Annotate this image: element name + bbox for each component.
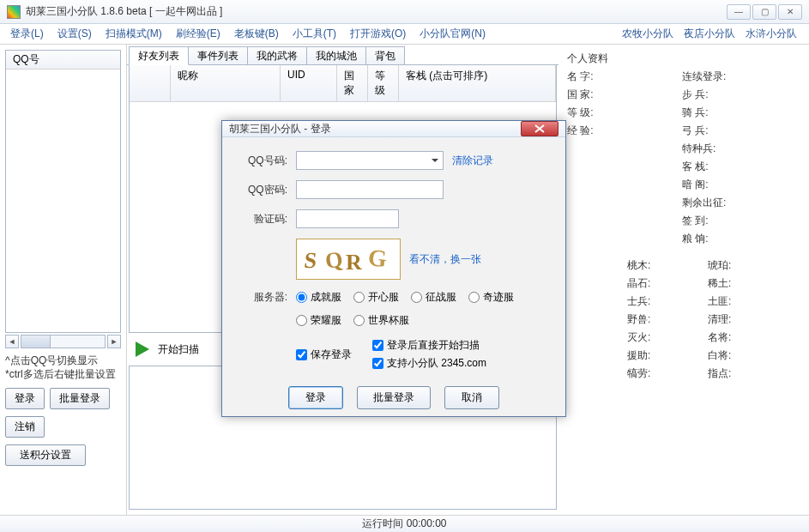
kv-yeshou: 野兽: bbox=[627, 312, 687, 327]
clear-history-link[interactable]: 清除记录 bbox=[452, 154, 493, 168]
qq-input[interactable] bbox=[296, 151, 444, 170]
menu-opengame[interactable]: 打开游戏(O) bbox=[343, 25, 413, 43]
tips: ^点击QQ号切换显示 *ctrl多选后右键批量设置 bbox=[5, 354, 121, 381]
maximize-button[interactable]: ▢ bbox=[752, 4, 776, 20]
tab-friends[interactable]: 好友列表 bbox=[129, 46, 189, 65]
close-icon bbox=[534, 124, 545, 133]
right-panel: 个人资料 名 字: 国 家: 等 级: 经 验: 连续登录: 步 兵: 骑 兵:… bbox=[558, 45, 809, 515]
kv-remain: 剩余出征: bbox=[682, 196, 776, 210]
captcha-image: SQRG bbox=[296, 239, 401, 280]
captcha-input[interactable] bbox=[296, 209, 399, 228]
menu-scanmode[interactable]: 扫描模式(M) bbox=[99, 25, 169, 43]
kv-jingshi: 晶石: bbox=[627, 276, 687, 291]
server-worldcup[interactable]: 世界杯服 bbox=[353, 313, 409, 328]
col-inn[interactable]: 客栈 (点击可排序) bbox=[399, 65, 556, 101]
captcha-refresh-link[interactable]: 看不清，换一张 bbox=[409, 252, 481, 267]
kv-taomu: 桃木: bbox=[627, 258, 687, 273]
captcha-label: 验证码: bbox=[239, 212, 287, 227]
kv-baijiang: 白将: bbox=[708, 348, 768, 363]
scroll-right-icon[interactable]: ► bbox=[107, 335, 121, 348]
link-nongmu[interactable]: 农牧小分队 bbox=[622, 27, 673, 41]
dialog-close-button[interactable] bbox=[521, 121, 558, 136]
kv-name: 名 字: bbox=[567, 70, 661, 84]
play-icon bbox=[136, 342, 149, 357]
server-qiji[interactable]: 奇迹服 bbox=[468, 290, 514, 305]
close-button[interactable]: ✕ bbox=[778, 4, 802, 20]
tip1: ^点击QQ号切换显示 bbox=[5, 354, 121, 367]
kv-qingli: 清理: bbox=[708, 312, 768, 327]
kv-shibing: 士兵: bbox=[627, 294, 687, 309]
runtime-label: 运行时间 00:00:00 bbox=[362, 517, 446, 531]
svg-text:R: R bbox=[346, 250, 362, 275]
menu-login[interactable]: 登录(L) bbox=[3, 25, 51, 43]
col-country[interactable]: 国家 bbox=[337, 65, 368, 101]
left-login-button[interactable]: 登录 bbox=[5, 388, 45, 409]
kv-hupo: 琥珀: bbox=[708, 258, 768, 273]
scroll-left-icon[interactable]: ◄ bbox=[5, 335, 19, 348]
pwd-label: QQ密码: bbox=[239, 183, 287, 197]
svg-text:S: S bbox=[303, 248, 317, 273]
window-title: 胡莱三国小分队 1.8.6 beta [ 一起牛网出品 ] bbox=[26, 4, 222, 19]
kv-xitu: 稀土: bbox=[708, 276, 768, 291]
window-buttons: ― ▢ ✕ bbox=[727, 4, 802, 20]
minimize-button[interactable]: ― bbox=[727, 4, 751, 20]
kv-cavalry: 骑 兵: bbox=[682, 106, 776, 120]
menu-settings[interactable]: 设置(S) bbox=[51, 25, 99, 43]
server-rongyao[interactable]: 荣耀服 bbox=[296, 313, 341, 328]
col-blank[interactable] bbox=[130, 65, 171, 101]
kv-sign: 签 到: bbox=[682, 214, 776, 228]
save-login-check[interactable]: 保存登录 bbox=[296, 338, 352, 371]
kv-infantry: 步 兵: bbox=[682, 88, 776, 102]
menu-official[interactable]: 小分队官网(N) bbox=[413, 25, 492, 43]
server-kaixin[interactable]: 开心服 bbox=[353, 290, 399, 305]
table-header: 昵称 UID 国家 等级 客栈 (点击可排序) bbox=[130, 65, 556, 102]
tab-events[interactable]: 事件列表 bbox=[188, 46, 248, 64]
col-level[interactable]: 等级 bbox=[368, 65, 399, 101]
server-zhengzhan[interactable]: 征战服 bbox=[411, 290, 456, 305]
start-scan-button[interactable]: 开始扫描 bbox=[158, 342, 199, 357]
tab-generals[interactable]: 我的武将 bbox=[247, 46, 307, 64]
qq-list-body[interactable] bbox=[6, 70, 120, 332]
kv-level: 等 级: bbox=[567, 106, 661, 120]
svg-text:G: G bbox=[367, 244, 389, 272]
auto-scan-check[interactable]: 登录后直接开始扫描 bbox=[372, 338, 486, 353]
dialog-batch-login-button[interactable]: 批量登录 bbox=[357, 386, 431, 409]
login-dialog: 胡莱三国小分队 - 登录 QQ号码: 清除记录 QQ密码: 验证码: SQRG … bbox=[221, 120, 566, 417]
kv-conseclogin: 连续登录: bbox=[682, 70, 776, 84]
left-batch-login-button[interactable]: 批量登录 bbox=[50, 388, 110, 409]
kv-yuanzhu: 援助: bbox=[627, 348, 687, 363]
kv-mingjiang: 名将: bbox=[708, 330, 768, 345]
left-points-button[interactable]: 送积分设置 bbox=[5, 444, 86, 466]
col-uid[interactable]: UID bbox=[281, 65, 337, 101]
server-chengjiu[interactable]: 成就服 bbox=[296, 290, 341, 305]
link-shuihu[interactable]: 水浒小分队 bbox=[746, 27, 797, 41]
tab-cities[interactable]: 我的城池 bbox=[306, 46, 366, 64]
qq-label: QQ号码: bbox=[239, 154, 287, 168]
scroll-track[interactable] bbox=[21, 335, 106, 348]
kv-tufei: 土匪: bbox=[708, 294, 768, 309]
kv-miehuo: 灭火: bbox=[627, 330, 687, 345]
dialog-titlebar: 胡莱三国小分队 - 登录 bbox=[222, 121, 565, 137]
link-yedian[interactable]: 夜店小分队 bbox=[684, 27, 735, 41]
kv-dark: 暗 阁: bbox=[682, 178, 776, 192]
status-bar: 运行时间 00:00:00 bbox=[0, 515, 809, 532]
dialog-login-button[interactable]: 登录 bbox=[288, 386, 343, 409]
tab-bag[interactable]: 背包 bbox=[365, 46, 405, 64]
menu-tools[interactable]: 小工具(T) bbox=[286, 25, 343, 43]
dialog-cancel-button[interactable]: 取消 bbox=[444, 386, 499, 409]
app-icon bbox=[7, 5, 21, 19]
profile-title: 个人资料 bbox=[567, 51, 800, 66]
left-panel: QQ号 ◄ ► ^点击QQ号切换显示 *ctrl多选后右键批量设置 登录 批量登… bbox=[0, 45, 127, 515]
col-nickname[interactable]: 昵称 bbox=[171, 65, 281, 101]
menu-exp[interactable]: 刷经验(E) bbox=[169, 25, 227, 43]
tip2: *ctrl多选后右键批量设置 bbox=[5, 367, 121, 381]
kv-kaolao: 犒劳: bbox=[627, 366, 687, 381]
kv-exp: 经 验: bbox=[567, 124, 661, 138]
scroll-thumb[interactable] bbox=[21, 336, 51, 348]
menu-bosskey[interactable]: 老板键(B) bbox=[227, 25, 286, 43]
pwd-input[interactable] bbox=[296, 180, 444, 199]
support-check[interactable]: 支持小分队 2345.com bbox=[372, 356, 486, 371]
left-logout-button[interactable]: 注销 bbox=[5, 416, 45, 438]
qq-list-header: QQ号 bbox=[6, 51, 120, 70]
kv-zhidian: 指点: bbox=[708, 366, 768, 381]
